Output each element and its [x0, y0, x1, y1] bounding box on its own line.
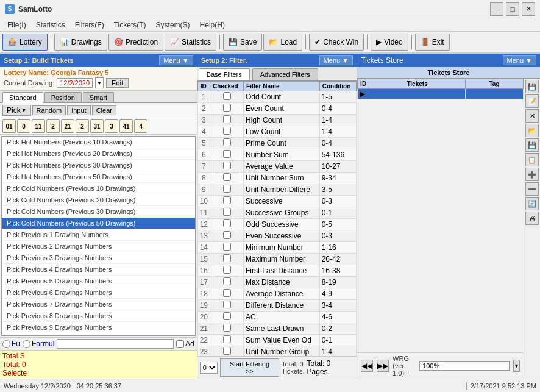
ball-4[interactable]: 4: [134, 119, 147, 133]
list-item[interactable]: Pick Previous 7 Drawings Numbers: [2, 299, 195, 310]
list-item[interactable]: Pick Previous 6 Drawings Numbers: [2, 287, 195, 299]
list-item[interactable]: Pick Hot Numbers (Previous 30 Drawings): [2, 160, 195, 171]
filter-checked[interactable]: [210, 207, 244, 219]
rt-delete-button[interactable]: ✕: [525, 109, 539, 123]
list-item[interactable]: Pick Previous 4 Drawings Numbers: [2, 264, 195, 276]
maximize-button[interactable]: □: [506, 2, 519, 16]
list-item[interactable]: Pick Previous 1 Drawing Numbers: [2, 229, 195, 241]
filter-select[interactable]: 0: [200, 362, 218, 374]
filter-checked[interactable]: [210, 173, 244, 184]
menu-tickets[interactable]: Tickets(T): [109, 20, 151, 30]
tab-smart[interactable]: Smart: [83, 92, 114, 102]
tickets-menu-button[interactable]: Menu ▼: [503, 55, 536, 65]
filter-checked[interactable]: [210, 346, 244, 357]
rt-refresh-button[interactable]: 🔄: [525, 197, 539, 210]
menu-file[interactable]: File(I): [2, 20, 31, 30]
toolbar-exit[interactable]: 🚪 Exit: [415, 34, 450, 51]
edit-button[interactable]: Edit: [106, 78, 129, 88]
filter-checked[interactable]: [210, 219, 244, 230]
ball-21[interactable]: 21: [61, 119, 74, 133]
menu-statistics[interactable]: Statistics: [31, 20, 70, 30]
filter-checked[interactable]: [210, 265, 244, 277]
menu-filters[interactable]: Filters(F): [70, 20, 109, 30]
left-menu-button[interactable]: Menu ▼: [159, 55, 193, 65]
filter-checked[interactable]: [210, 184, 244, 196]
menu-help[interactable]: Help(H): [195, 20, 230, 30]
list-item[interactable]: Pick Hot Numbers (Previous 50 Drawings): [2, 171, 195, 183]
rt-save-button[interactable]: 💾: [525, 80, 539, 93]
list-item[interactable]: Pick Previous 5 Drawings Numbers: [2, 276, 195, 287]
formula-input[interactable]: [57, 339, 174, 349]
filter-checked[interactable]: [210, 288, 244, 300]
tab-position[interactable]: Position: [44, 92, 82, 102]
toolbar-statistics[interactable]: 📈 Statistics: [165, 34, 216, 51]
list-item[interactable]: Pick Cold Numbers (Previous 20 Drawings): [2, 194, 195, 206]
list-item[interactable]: Pick Previous 8 Drawings Numbers: [2, 310, 195, 322]
filter-checked[interactable]: [210, 323, 244, 335]
list-item[interactable]: Pick Previous 3 Drawings Numbers: [2, 252, 195, 264]
filter-checked[interactable]: [210, 335, 244, 346]
radio-fu[interactable]: Fu: [2, 340, 20, 348]
add-checkbox[interactable]: [176, 340, 184, 348]
rt-open-button[interactable]: 📂: [525, 124, 539, 137]
random-button[interactable]: Random: [32, 105, 66, 115]
nav-prev-button[interactable]: ◀◀: [361, 360, 373, 372]
drawing-date[interactable]: 12/2/2020: [57, 78, 93, 88]
clear-button[interactable]: Clear: [92, 105, 116, 115]
list-item[interactable]: Pick Cold Numbers (Previous 50 Drawings): [2, 218, 195, 229]
tab-standard[interactable]: Standard: [2, 92, 43, 103]
pick-dropdown-list[interactable]: Pick Hot Numbers (Previous 10 Drawings)P…: [1, 136, 196, 336]
filter-checked[interactable]: [210, 126, 244, 138]
toolbar-prediction[interactable]: 🎯 Prediction: [108, 34, 163, 51]
filter-checked[interactable]: [210, 254, 244, 265]
toolbar-drawings[interactable]: 📊 Drawings: [54, 34, 107, 51]
zoom-dropdown-button[interactable]: ▼: [513, 360, 520, 372]
toolbar-save[interactable]: 💾 Save: [223, 34, 262, 51]
ball-01[interactable]: 01: [2, 119, 16, 133]
filter-checked[interactable]: [210, 115, 244, 126]
filter-checked[interactable]: [210, 196, 244, 207]
filter-checked[interactable]: [210, 277, 244, 288]
list-item[interactable]: Pick Hot Numbers (Previous 10 Drawings): [2, 137, 195, 148]
minimize-button[interactable]: —: [490, 2, 503, 16]
filter-checked[interactable]: [210, 138, 244, 149]
toolbar-video[interactable]: ▶ Video: [371, 34, 408, 51]
filter-checked[interactable]: [210, 242, 244, 254]
list-item[interactable]: Pick Cold Numbers (Previous 30 Drawings): [2, 206, 195, 218]
filter-checked[interactable]: [210, 300, 244, 312]
rt-copy-button[interactable]: 📋: [525, 153, 539, 166]
filter-checked[interactable]: [210, 161, 244, 173]
input-button[interactable]: Input: [67, 105, 90, 115]
rt-print-button[interactable]: 🖨: [525, 212, 539, 225]
list-item[interactable]: Pick Cold Numbers (Previous 10 Drawings): [2, 183, 195, 194]
ball-11[interactable]: 11: [32, 119, 45, 133]
ball-31[interactable]: 31: [90, 119, 104, 133]
filter-checked[interactable]: [210, 149, 244, 161]
date-dropdown[interactable]: ▼: [95, 77, 104, 88]
filter-checked[interactable]: [210, 230, 244, 242]
nav-next-button[interactable]: ▶▶: [377, 360, 389, 372]
list-item[interactable]: Pick Previous 2 Drawings Numbers: [2, 241, 195, 252]
tickets-scroll[interactable]: ID Tickets Tag ▶: [357, 79, 524, 352]
radio-formula[interactable]: Formul: [23, 340, 54, 348]
pick-button[interactable]: Pick ▼: [2, 105, 31, 116]
rt-save2-button[interactable]: 💾: [525, 138, 539, 152]
ball-22[interactable]: 2: [76, 119, 89, 133]
filter-checked[interactable]: [210, 103, 244, 115]
tab-base-filters[interactable]: Base Filters: [199, 68, 250, 80]
menu-system[interactable]: System(S): [151, 20, 195, 30]
close-button[interactable]: ✕: [522, 2, 535, 16]
ball-41[interactable]: 41: [119, 119, 133, 133]
filter-checked[interactable]: [210, 91, 244, 103]
rt-edit-button[interactable]: 📝: [525, 94, 539, 108]
start-filtering-button[interactable]: Start Filtering >>: [220, 358, 279, 377]
toolbar-load[interactable]: 📂 Load: [263, 34, 302, 51]
radio-formula-input[interactable]: [23, 340, 30, 348]
toolbar-lottery[interactable]: 🎰 Lottery: [2, 34, 48, 51]
ball-3[interactable]: 3: [105, 119, 118, 133]
middle-menu-button[interactable]: Menu ▼: [319, 55, 353, 65]
ball-2[interactable]: 2: [46, 119, 60, 133]
tab-advanced-filters[interactable]: Advanced Filters: [252, 68, 318, 80]
filter-checked[interactable]: [210, 312, 244, 323]
list-item[interactable]: Pick Previous 10 Drawings Numbers: [2, 333, 195, 336]
